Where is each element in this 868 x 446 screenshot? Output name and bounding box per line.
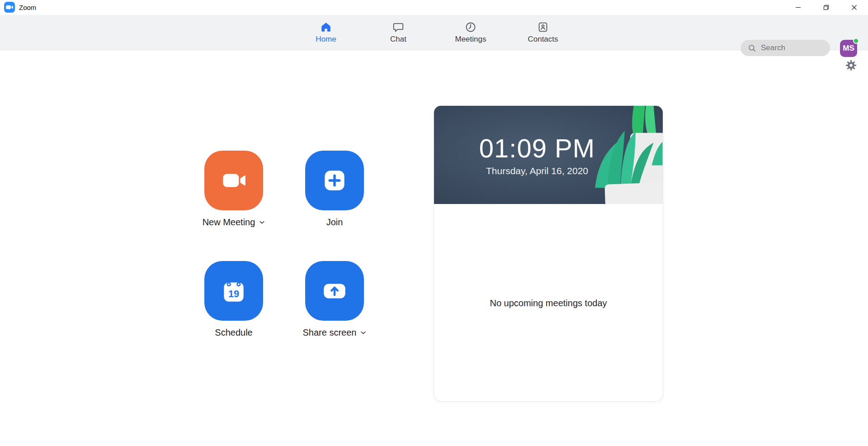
share-screen-button[interactable]: Share screen: [305, 261, 364, 338]
tab-meetings[interactable]: Meetings: [446, 15, 495, 50]
share-screen-label: Share screen: [303, 327, 357, 338]
minimize-icon: [795, 5, 801, 10]
chat-bubble-icon: [392, 21, 404, 33]
chevron-down-icon[interactable]: [259, 220, 265, 224]
search-input[interactable]: [761, 43, 824, 52]
search-bar[interactable]: [741, 40, 830, 56]
nav-tabs: Home Chat Meetings Contacts: [301, 15, 568, 50]
new-meeting-label: New Meeting: [203, 217, 255, 228]
tab-contacts-label: Contacts: [528, 35, 558, 44]
no-meetings-message: No upcoming meetings today: [490, 298, 607, 308]
settings-button[interactable]: [844, 58, 858, 72]
tab-chat-label: Chat: [390, 35, 406, 44]
tab-contacts[interactable]: Contacts: [518, 15, 568, 50]
avatar-initials: MS: [843, 44, 854, 53]
online-status-dot: [853, 38, 859, 44]
schedule-button[interactable]: 19 Schedule: [204, 261, 263, 338]
meetings-today-card: 01:09 PM Thursday, April 16, 2020 No upc…: [434, 105, 663, 402]
calendar-icon: 19: [219, 276, 249, 306]
clock-banner: 01:09 PM Thursday, April 16, 2020: [434, 106, 663, 204]
contact-card-icon: [537, 21, 549, 33]
clock-icon: [465, 21, 476, 33]
tab-meetings-label: Meetings: [455, 35, 486, 44]
close-icon: [851, 5, 857, 10]
chevron-down-icon[interactable]: [360, 331, 366, 335]
current-date: Thursday, April 16, 2020: [486, 166, 588, 176]
profile-avatar[interactable]: MS: [840, 40, 857, 57]
zoom-app-logo-icon: [4, 2, 15, 13]
meetings-list-area: No upcoming meetings today: [434, 204, 663, 402]
tab-home-label: Home: [316, 35, 336, 44]
share-up-arrow-icon: [320, 276, 349, 306]
tab-home[interactable]: Home: [301, 15, 351, 50]
join-button[interactable]: Join: [305, 151, 364, 228]
join-label: Join: [326, 217, 343, 228]
schedule-label: Schedule: [215, 327, 252, 338]
home-icon: [320, 21, 332, 33]
gear-icon: [845, 59, 857, 71]
title-bar: Zoom: [0, 0, 868, 15]
nav-bar: Home Chat Meetings Contacts MS: [0, 15, 868, 50]
plus-icon: [320, 166, 349, 195]
restore-button[interactable]: [812, 0, 840, 15]
video-camera-icon: [219, 166, 249, 195]
minimize-button[interactable]: [784, 0, 812, 15]
window-title: Zoom: [19, 4, 36, 11]
close-button[interactable]: [840, 0, 868, 15]
tab-chat[interactable]: Chat: [373, 15, 423, 50]
restore-icon: [823, 5, 829, 10]
home-actions: New Meeting Join 19: [204, 151, 364, 338]
search-icon: [748, 44, 756, 52]
current-time: 01:09 PM: [479, 133, 595, 164]
calendar-day: 19: [228, 288, 239, 299]
new-meeting-button[interactable]: New Meeting: [204, 151, 263, 228]
